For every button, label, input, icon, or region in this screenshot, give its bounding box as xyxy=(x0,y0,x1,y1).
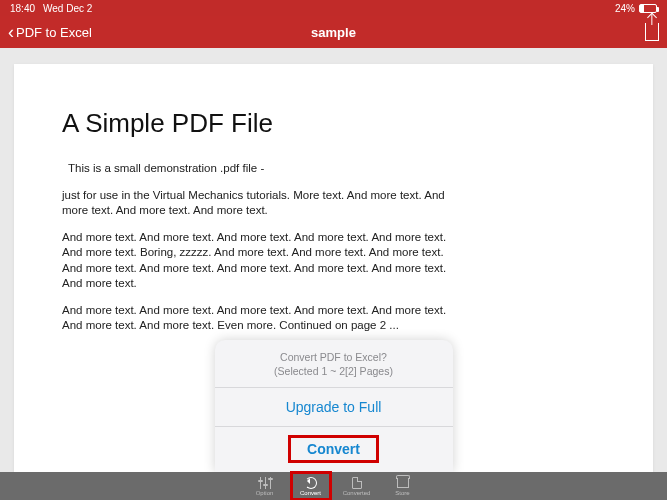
document-icon xyxy=(350,477,364,489)
tab-bar: Option Convert Converted Store xyxy=(0,472,667,500)
battery-percent: 24% xyxy=(615,3,635,14)
doc-paragraph: just for use in the Virtual Mechanics tu… xyxy=(62,188,462,219)
tab-option[interactable]: Option xyxy=(242,472,288,500)
back-label: PDF to Excel xyxy=(16,25,92,40)
app-screen: 18:40 Wed Dec 2 24% ‹ PDF to Excel sampl… xyxy=(0,0,667,500)
tab-label: Store xyxy=(395,490,409,496)
sheet-subtitle: (Selected 1 ~ 2[2] Pages) xyxy=(223,364,445,378)
doc-paragraph: And more text. And more text. And more t… xyxy=(62,230,462,292)
doc-paragraph: And more text. And more text. And more t… xyxy=(62,303,462,334)
tab-store[interactable]: Store xyxy=(380,472,426,500)
sheet-title: Convert PDF to Excel? xyxy=(223,350,445,364)
doc-heading: A Simple PDF File xyxy=(62,108,605,139)
tab-convert[interactable]: Convert xyxy=(288,472,334,500)
share-button[interactable] xyxy=(645,23,659,41)
tab-label: Option xyxy=(256,490,274,496)
doc-paragraph: This is a small demonstration .pdf file … xyxy=(62,161,462,177)
chevron-left-icon: ‹ xyxy=(8,23,14,41)
share-icon xyxy=(645,23,659,41)
upgrade-to-full-button[interactable]: Upgrade to Full xyxy=(215,387,453,426)
convert-action-sheet: Convert PDF to Excel? (Selected 1 ~ 2[2]… xyxy=(215,340,453,472)
tab-converted[interactable]: Converted xyxy=(334,472,380,500)
nav-bar: ‹ PDF to Excel sample xyxy=(0,16,667,48)
sliders-icon xyxy=(258,477,272,489)
status-time: 18:40 xyxy=(10,3,35,14)
sheet-header: Convert PDF to Excel? (Selected 1 ~ 2[2]… xyxy=(215,340,453,387)
refresh-icon xyxy=(304,477,318,489)
upgrade-label: Upgrade to Full xyxy=(286,399,382,415)
back-button[interactable]: ‹ PDF to Excel xyxy=(8,23,92,41)
convert-label: Convert xyxy=(288,435,379,463)
tab-label: Convert xyxy=(300,490,321,496)
battery-icon xyxy=(639,4,657,13)
status-date: Wed Dec 2 xyxy=(43,3,92,14)
convert-button[interactable]: Convert xyxy=(215,426,453,472)
tab-label: Converted xyxy=(343,490,371,496)
cart-icon xyxy=(396,477,410,489)
doc-body: This is a small demonstration .pdf file … xyxy=(62,161,462,334)
status-bar: 18:40 Wed Dec 2 24% xyxy=(0,0,667,16)
page-title: sample xyxy=(311,25,356,40)
